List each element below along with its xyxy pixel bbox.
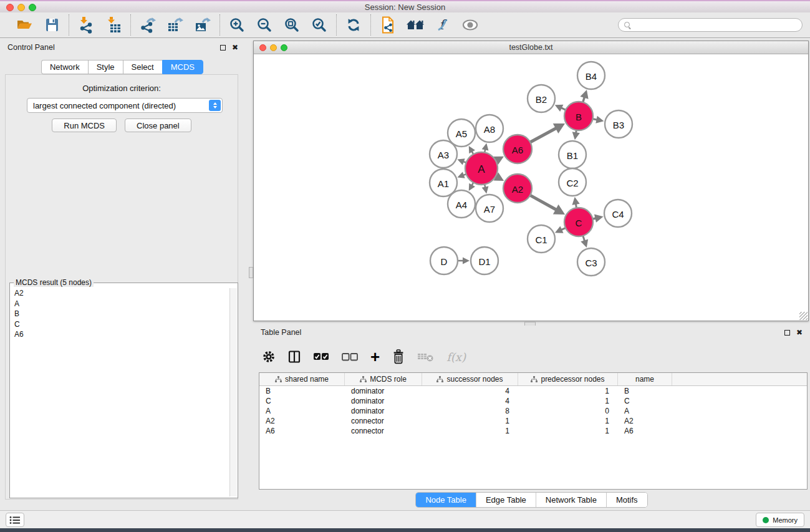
result-item-a6[interactable]: A6 — [11, 329, 229, 340]
table-settings-button[interactable] — [262, 350, 276, 364]
column-header-successor-nodes[interactable]: successor nodes — [422, 373, 518, 385]
close-table-panel-icon[interactable]: ✖ — [796, 329, 803, 336]
column-header-predecessor-nodes[interactable]: predecessor nodes — [518, 373, 618, 385]
network-canvas[interactable]: AA1A2A3A4A5A6A7A8BB1B2B3B4CC1C2C3C4DD1 — [254, 54, 808, 321]
result-item-b[interactable]: B — [11, 309, 229, 319]
import-network-button[interactable] — [77, 16, 95, 34]
close-panel-button[interactable]: Close panel — [125, 118, 191, 132]
export-image-button[interactable] — [193, 16, 212, 34]
node-label-A5: A5 — [456, 128, 467, 139]
table-row-a6[interactable]: A6connector11A6 — [259, 426, 807, 436]
network-maximize-icon[interactable] — [281, 44, 287, 51]
result-item-c[interactable]: C — [11, 319, 229, 330]
double-home-button[interactable] — [406, 16, 425, 34]
zoom-selected-button[interactable] — [310, 16, 329, 34]
node-label-B: B — [576, 112, 582, 122]
cell: B — [259, 386, 345, 396]
run-mcds-button[interactable]: Run MCDS — [52, 118, 117, 132]
refresh-button[interactable] — [344, 16, 363, 34]
tab-node-table[interactable]: Node Table — [416, 493, 476, 507]
select-all-checks-icon — [313, 352, 329, 361]
open-folder-icon — [16, 17, 32, 32]
network-window-titlebar[interactable]: testGlobe.txt — [254, 41, 808, 54]
export-table-button[interactable] — [166, 16, 185, 34]
criterion-dropdown[interactable]: largest connected component (directed) — [27, 98, 223, 113]
network-graph: AA1A2A3A4A5A6A7A8BB1B2B3B4CC1C2C3C4DD1 — [254, 54, 808, 321]
column-network-icon — [436, 376, 443, 383]
graph-edge-A2-C[interactable] — [529, 195, 557, 210]
table-row-a2[interactable]: A2connector11A2 — [259, 416, 807, 426]
control-panel-title: Control Panel — [7, 43, 55, 52]
session-group — [7, 16, 69, 34]
tab-network-table[interactable]: Network Table — [536, 493, 607, 507]
task-history-button[interactable] — [6, 513, 24, 527]
graph-edge-A6-B[interactable] — [529, 128, 556, 143]
plus-icon: + — [370, 351, 380, 363]
deselect-all-button[interactable] — [342, 353, 358, 361]
result-list-scrollbar[interactable] — [229, 288, 237, 496]
application-window: Session: New Session — [0, 0, 810, 532]
search-input[interactable] — [634, 21, 797, 29]
column-header-shared-name[interactable]: shared name — [259, 373, 345, 385]
column-layout-button[interactable] — [288, 351, 301, 363]
birdseye-handle-left[interactable] — [249, 267, 253, 278]
tab-network[interactable]: Network — [41, 60, 88, 74]
float-panel-icon[interactable] — [220, 45, 226, 51]
minimize-window-icon[interactable] — [17, 4, 25, 11]
fx-icon: f(x) — [446, 351, 466, 364]
search-box[interactable] — [618, 18, 803, 32]
float-table-panel-icon[interactable] — [784, 330, 790, 336]
close-window-icon[interactable] — [6, 4, 14, 11]
traffic-lights — [6, 4, 36, 11]
tab-edge-table[interactable]: Edge Table — [476, 493, 536, 507]
tab-select[interactable]: Select — [123, 60, 162, 74]
import-table-icon — [105, 17, 122, 33]
table-tabs: Node TableEdge TableNetwork TableMotifs — [415, 492, 647, 508]
main-toolbar: f — [0, 12, 810, 38]
cell: dominator — [345, 406, 422, 416]
node-label-B2: B2 — [536, 94, 547, 105]
function-builder-button[interactable]: f(x) — [446, 351, 466, 364]
delete-table-button[interactable] — [417, 351, 434, 362]
result-item-a[interactable]: A — [11, 299, 229, 309]
zoom-out-button[interactable] — [255, 16, 274, 34]
window-resize-grip[interactable] — [799, 312, 808, 320]
gear-icon — [262, 350, 276, 364]
network-document-button[interactable] — [378, 16, 397, 34]
cell: 1 — [422, 416, 518, 426]
network-close-icon[interactable] — [259, 44, 266, 51]
tab-style[interactable]: Style — [88, 60, 123, 74]
zoom-fit-button[interactable] — [282, 16, 301, 34]
save-session-button[interactable] — [42, 16, 61, 34]
table-row-a[interactable]: Adominator80A — [259, 406, 807, 416]
cell: 1 — [518, 426, 618, 436]
hide-graphics-details-button[interactable]: f — [433, 16, 452, 34]
node-label-C: C — [576, 218, 582, 228]
tab-mcds[interactable]: MCDS — [162, 60, 203, 74]
deselect-all-checks-icon — [342, 353, 358, 361]
cell: 4 — [422, 386, 518, 396]
network-window-title: testGlobe.txt — [509, 43, 552, 52]
zoom-in-button[interactable] — [228, 16, 246, 34]
select-all-button[interactable] — [313, 352, 329, 361]
close-panel-icon[interactable]: ✖ — [232, 44, 238, 51]
show-hide-button[interactable] — [461, 16, 480, 34]
open-session-button[interactable] — [15, 16, 34, 34]
node-label-A4: A4 — [456, 200, 467, 210]
memory-button[interactable]: Memory — [756, 513, 804, 527]
delete-row-button[interactable] — [392, 349, 405, 364]
column-header-mcds-role[interactable]: MCDS role — [345, 373, 422, 385]
import-table-button[interactable] — [104, 16, 123, 34]
export-network-button[interactable] — [138, 16, 157, 34]
node-label-A3: A3 — [438, 150, 449, 160]
table-row-b[interactable]: Bdominator41B — [259, 386, 807, 396]
desktop-background-strip — [0, 528, 810, 532]
table-row-c[interactable]: Cdominator41C — [259, 396, 807, 406]
result-item-a2[interactable]: A2 — [11, 288, 229, 299]
tab-motifs[interactable]: Motifs — [607, 493, 647, 507]
column-header-name[interactable]: name — [618, 373, 672, 385]
network-minimize-icon[interactable] — [270, 44, 277, 51]
add-row-button[interactable]: + — [370, 351, 380, 363]
cell: 1 — [422, 426, 518, 436]
maximize-window-icon[interactable] — [29, 4, 36, 11]
